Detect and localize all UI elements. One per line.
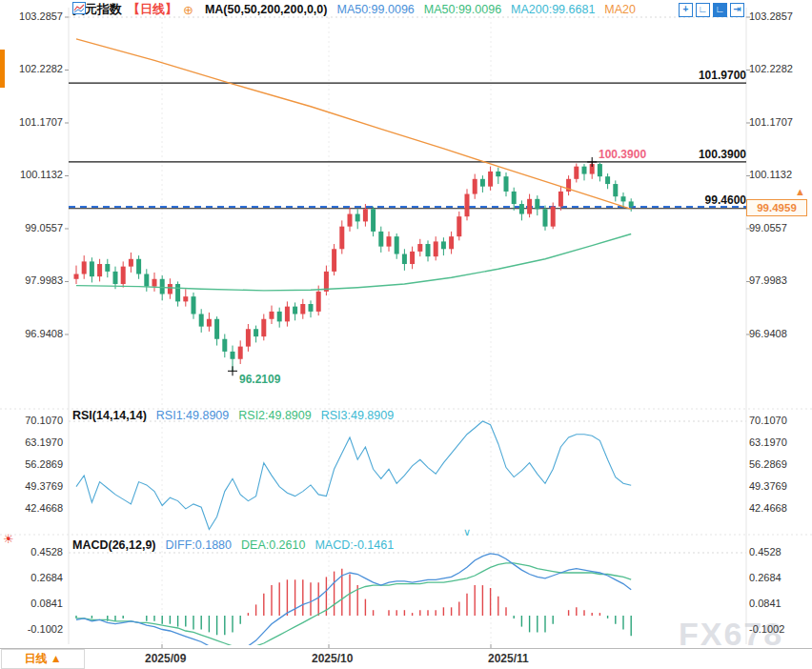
price-up-arrow-icon: ▲ bbox=[795, 186, 805, 197]
candle-body bbox=[129, 259, 133, 267]
price-axis-label-left: 99.0557 bbox=[0, 222, 63, 233]
low-price-tag: 96.2109 bbox=[239, 373, 280, 386]
bottom-bar bbox=[0, 648, 812, 669]
rsi-axis-label-right: 49.3769 bbox=[749, 480, 808, 492]
candle-body bbox=[238, 347, 243, 359]
candle-body bbox=[387, 236, 392, 246]
candle-body bbox=[348, 214, 353, 227]
ma200-value: MA200:99.6681 bbox=[511, 3, 595, 16]
rsi-axis-label-left: 70.1070 bbox=[0, 415, 63, 426]
month-label-oct: 2025/10 bbox=[312, 652, 353, 665]
chart-canvas[interactable] bbox=[0, 0, 812, 669]
chart-toolbar: + ∟ ∟ ⇥ bbox=[679, 3, 744, 17]
candle-body bbox=[480, 179, 485, 187]
price-axis-label-right: 100.1132 bbox=[749, 169, 808, 180]
chart-header: 美元指数【日线】 ⊕ MA(50,50,200,200,0,0) MA50:99… bbox=[72, 2, 636, 17]
candle-body bbox=[434, 241, 438, 256]
candle-body bbox=[504, 176, 509, 192]
indicator-settings-icon[interactable]: ☀ bbox=[3, 532, 14, 546]
rsi-header: RSI(14,14,14) RSI1:49.8909 RSI2:49.8909 … bbox=[72, 409, 394, 422]
rsi2-value: RSI2:49.8909 bbox=[238, 409, 311, 422]
level-label-upper: 101.9700 bbox=[72, 69, 746, 82]
go-latest-icon[interactable]: ⇥ bbox=[730, 3, 744, 17]
candle-body bbox=[316, 292, 321, 312]
candle-body bbox=[402, 254, 407, 264]
price-axis-label-left: 101.1707 bbox=[0, 116, 63, 128]
candle-body bbox=[152, 279, 157, 287]
candle-body bbox=[207, 319, 212, 327]
price-axis-label-right: 99.0557 bbox=[749, 222, 808, 233]
rsi-params: RSI(14,14,14) bbox=[72, 409, 147, 422]
period-tag: 【日线】 bbox=[128, 1, 177, 18]
macd-params: MACD(26,12,9) bbox=[72, 538, 156, 552]
candle-body bbox=[105, 264, 110, 272]
candle-body bbox=[582, 167, 587, 174]
candle-body bbox=[261, 319, 266, 336]
rsi-axis-label-left: 42.4668 bbox=[0, 502, 63, 514]
macd-pane bbox=[76, 554, 631, 655]
diff-value: DIFF:0.1880 bbox=[166, 538, 232, 552]
ma50-value-1: MA50:99.0096 bbox=[336, 3, 414, 16]
month-label-nov: 2025/11 bbox=[488, 652, 529, 665]
candle-body bbox=[449, 236, 454, 249]
ma-green-line bbox=[76, 234, 631, 291]
auto-scale-icon[interactable]: ∟ bbox=[713, 3, 727, 17]
candle-body bbox=[543, 209, 548, 226]
high-price-tag: 100.3900 bbox=[599, 148, 646, 161]
candle-body bbox=[254, 329, 258, 336]
candle-body bbox=[97, 264, 102, 276]
price-axis-label-left: 96.9408 bbox=[0, 328, 63, 339]
month-label-sep: 2025/09 bbox=[145, 652, 186, 665]
price-axis-label-left: 100.1132 bbox=[0, 169, 63, 180]
price-axis-label-left: 103.2857 bbox=[0, 10, 63, 22]
candle-body bbox=[293, 307, 297, 314]
current-price-box: 99.4959 bbox=[746, 199, 807, 216]
rsi-axis-label-right: 70.1070 bbox=[749, 415, 808, 426]
candle-body bbox=[214, 319, 219, 339]
candle-body bbox=[395, 236, 399, 253]
add-indicator-icon[interactable]: ⊕ bbox=[183, 4, 193, 16]
macd-axis-label-left: 0.2684 bbox=[0, 572, 63, 583]
candle-body bbox=[378, 232, 383, 247]
axis-range-icon[interactable]: ∟ bbox=[696, 3, 710, 17]
candle-body bbox=[183, 296, 188, 301]
diff-line bbox=[76, 554, 631, 655]
candle-body bbox=[473, 179, 477, 194]
pane-collapse-icon[interactable]: ∨ bbox=[463, 526, 471, 538]
price-axis-label-left: 102.2282 bbox=[0, 63, 63, 74]
price-axis-label-right: 103.2857 bbox=[749, 10, 808, 22]
candle-body bbox=[574, 167, 579, 179]
candle-body bbox=[82, 261, 87, 274]
rsi-axis-label-right: 63.1970 bbox=[749, 436, 808, 448]
dea-line bbox=[76, 563, 631, 648]
rsi-line bbox=[76, 421, 631, 530]
period-selector-button[interactable]: 日线 ▲ bbox=[1, 649, 85, 669]
macd-axis-label-right: 0.2684 bbox=[749, 572, 808, 583]
candle-body bbox=[496, 172, 500, 176]
candle-body bbox=[441, 241, 446, 249]
candle-body bbox=[457, 216, 461, 236]
price-axis-label-right: 96.9408 bbox=[749, 328, 808, 339]
rsi3-value: RSI3:49.8909 bbox=[321, 409, 394, 422]
candle-body bbox=[371, 209, 376, 232]
price-axis-label-left: 97.9983 bbox=[0, 274, 63, 286]
candle-body bbox=[605, 176, 610, 184]
candle-body bbox=[488, 172, 493, 187]
dropdown-arrow-icon: ▲ bbox=[51, 652, 62, 665]
candle-body bbox=[160, 279, 165, 294]
candle-body bbox=[309, 304, 314, 312]
pan-icon[interactable]: + bbox=[679, 3, 693, 17]
candle-body bbox=[277, 312, 282, 321]
dea-value: DEA:0.2610 bbox=[241, 538, 305, 552]
candle-body bbox=[417, 244, 422, 252]
rsi-axis-label-left: 63.1970 bbox=[0, 436, 63, 448]
rsi-axis-label-right: 56.2869 bbox=[749, 458, 808, 470]
candle-body bbox=[144, 274, 149, 287]
candle-body bbox=[410, 252, 415, 264]
candle-body bbox=[222, 339, 227, 352]
candle-body bbox=[598, 164, 602, 176]
candle-body bbox=[332, 249, 336, 272]
candle-body bbox=[74, 274, 79, 279]
candle-body bbox=[285, 307, 290, 322]
ma-orange-line bbox=[76, 39, 631, 209]
